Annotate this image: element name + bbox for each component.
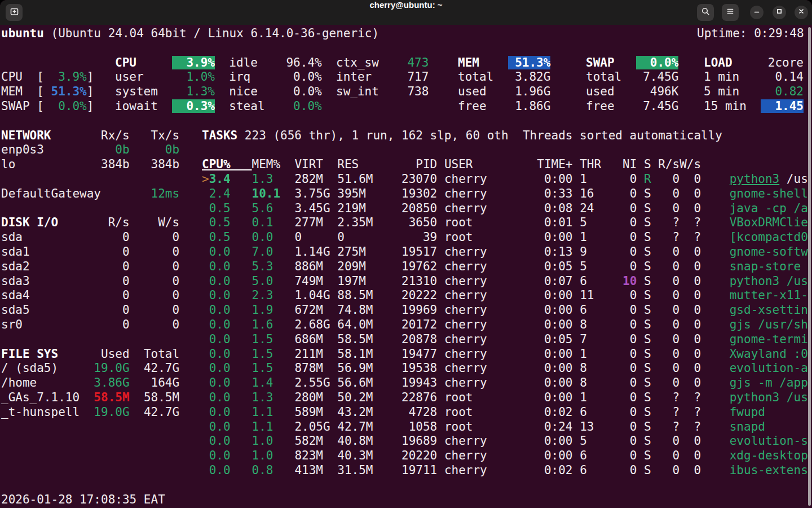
cell-cpu: 0.5	[209, 202, 252, 215]
cell-pid: 22876	[380, 391, 437, 404]
scrollbar-thumb[interactable]	[808, 27, 811, 506]
cell-user: cherry	[444, 187, 487, 200]
cell-pid: 1058	[380, 420, 437, 433]
menu-button[interactable]	[722, 4, 739, 21]
cell-ni: 0	[608, 449, 637, 462]
cell-ni: 0	[608, 361, 637, 375]
process-row: 0.0 1.5 211M 58.1M 19477 cherry 0:00 1 0…	[202, 347, 808, 361]
cell-rs: 0	[651, 172, 680, 186]
minimize-button[interactable]	[750, 6, 764, 19]
cell-rs: 0	[651, 260, 680, 273]
search-button[interactable]	[697, 4, 714, 21]
cell-thr: 5	[580, 434, 608, 448]
cell-thr: 6	[580, 463, 608, 477]
cell-ws: 0	[679, 202, 701, 215]
cell-rs: 0	[651, 274, 680, 288]
cell-time: 0:02	[487, 405, 573, 419]
process-row: 0.0 0.8 413M 31.5M 19711 cherry 0:02 6 0…	[202, 463, 808, 478]
cell-state: S	[644, 230, 651, 244]
cell-virt: 3.45G	[294, 202, 337, 215]
terminal-screen[interactable]: ubuntu (Ubuntu 24.04 64bit / Linux 6.14.…	[0, 25, 812, 508]
col-ni: NI	[608, 157, 637, 171]
cell-command: gnome-softw	[730, 245, 808, 259]
cell-cpu: 0.0	[209, 361, 252, 375]
cell-ws: 0	[679, 449, 701, 462]
cpu-panel-row: system 1.3% nice 0.0% sw_int 738	[115, 84, 429, 99]
cell-time: 0:00	[487, 376, 573, 389]
cell-cpu: 0.0	[209, 463, 252, 477]
cell-virt: 582M	[294, 434, 337, 448]
cell-ni: 0	[608, 216, 637, 229]
process-row: 0.0 1.6 2.68G 64.0M 20172 cherry 0:00 8 …	[202, 317, 808, 332]
terminal-window: cherry@ubuntu: ~ ubuntu (Ubun	[0, 0, 812, 508]
cell-rs: 0	[651, 376, 680, 389]
cell-command: [kcompactd0	[730, 230, 808, 244]
cell-state: S	[644, 463, 651, 477]
cell-mem: 1.6	[252, 318, 295, 331]
cell-command: gsd-xsettin	[730, 303, 808, 317]
cell-pid: 23070	[380, 172, 437, 186]
cell-rs: ?	[651, 405, 680, 419]
cell-pid: 20878	[380, 332, 437, 346]
os-version: (Ubuntu 24.04 64bit / Linux 6.14.0-36-ge…	[44, 27, 379, 40]
gauge-mem: MEM [ 51.3%]	[1, 84, 94, 99]
cell-res: 219M	[337, 202, 380, 215]
cell-pid: 20850	[380, 202, 437, 215]
cell-state: S	[644, 332, 651, 346]
cell-user: root	[444, 405, 487, 419]
cell-res: 58.1M	[337, 347, 380, 361]
diskio-row: sda2 0 0	[1, 259, 179, 274]
cell-virt: 1.04G	[294, 288, 337, 302]
cell-virt: 3.75G	[294, 187, 337, 200]
cell-time: 0:00	[487, 172, 573, 186]
cell-command: VBoxDRMClie	[730, 216, 808, 229]
cell-rs: 0	[651, 347, 680, 361]
maximize-button[interactable]	[773, 6, 786, 19]
cell-cpu: 0.0	[209, 347, 252, 361]
cell-rs: 0	[651, 202, 680, 215]
mem-total-box: 51.3%	[508, 56, 551, 69]
cell-ni: 0	[608, 420, 637, 433]
close-button[interactable]	[795, 6, 808, 19]
mem-panel-row: used 1.96G	[458, 84, 550, 99]
cell-state: S	[644, 187, 651, 200]
cell-time: 0:02	[487, 463, 573, 477]
cell-state: S	[644, 245, 651, 259]
uptime-label: Uptime:	[697, 27, 754, 40]
cell-ws: ?	[679, 230, 701, 244]
process-row: 0.0 7.0 1.14G 275M 19517 cherry 0:13 9 0…	[202, 244, 808, 259]
cell-thr: 24	[580, 202, 608, 215]
cpu-panel-row: iowait 0.3% steal 0.0%	[115, 99, 322, 113]
system-header: ubuntu (Ubuntu 24.04 64bit / Linux 6.14.…	[1, 26, 379, 41]
cell-ni: 0	[608, 405, 637, 419]
cell-time: 0:00	[487, 434, 573, 448]
cell-thr: 9	[580, 245, 608, 259]
cell-ni: 0	[608, 434, 637, 448]
process-row: 0.5 0.1 277M 2.35M 3650 root 0:01 5 0 S …	[202, 215, 808, 230]
col-ws: W/s	[679, 157, 701, 171]
cell-thr: 1	[580, 172, 608, 186]
cell-time: 0:05	[487, 260, 573, 273]
cell-ni: 0	[608, 245, 637, 259]
cell-pid: 19517	[380, 245, 437, 259]
cell-ni: 0	[608, 463, 637, 477]
cell-cpu: 0.0	[209, 376, 252, 389]
cell-ni: 0	[608, 202, 637, 215]
cell-mem: 1.9	[252, 303, 295, 317]
minimize-icon	[753, 7, 761, 17]
cell-cpu: 0.0	[209, 449, 252, 462]
gauge-value: 51.3%	[44, 85, 87, 98]
tasks-summary: 223 (656 thr), 1 run, 162 slp, 60 oth	[237, 129, 508, 142]
cell-user: root	[444, 230, 487, 244]
cell-state: R	[644, 172, 651, 186]
cell-virt: 686M	[294, 332, 337, 346]
filesys-row: /home 3.86G 164G	[1, 375, 179, 390]
cell-thr: 1	[580, 230, 608, 244]
cell-mem: 1.5	[252, 361, 295, 375]
mem-panel-header: MEM 51.3%	[458, 55, 550, 70]
uptime: Uptime: 0:29:48	[697, 26, 804, 41]
diskio-row: sda5 0 0	[1, 303, 179, 317]
cell-state: S	[644, 260, 651, 273]
cell-ws: 0	[679, 376, 701, 389]
cell-time: 0:24	[487, 420, 573, 433]
